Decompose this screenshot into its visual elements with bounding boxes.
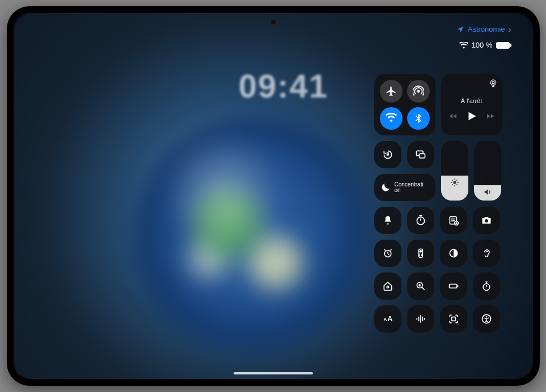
location-arrow-icon [456, 25, 464, 33]
control-center: À l'arrêt [374, 74, 507, 333]
media-status-label: À l'arrêt [461, 97, 482, 104]
airplane-icon [386, 86, 397, 97]
qr-scan-icon [448, 313, 459, 325]
lock-clock: 09:41 [239, 67, 328, 105]
svg-point-0 [417, 90, 420, 93]
svg-point-32 [419, 254, 420, 255]
media-transport-controls [448, 110, 495, 122]
media-module[interactable]: À l'arrêt [441, 74, 502, 135]
svg-point-34 [419, 255, 420, 256]
text-size-button[interactable]: AA [374, 305, 401, 333]
ipad-frame: 09:41 Astronomie › 100 % [7, 6, 540, 386]
connectivity-module[interactable] [374, 74, 435, 135]
volume-icon [483, 188, 492, 197]
wifi-icon [386, 113, 397, 124]
svg-point-6 [453, 181, 456, 184]
status-bar: Astronomie › 100 % [456, 24, 511, 49]
svg-point-2 [492, 82, 494, 84]
airdrop-icon [413, 86, 424, 97]
svg-point-37 [387, 286, 388, 288]
svg-line-11 [452, 180, 452, 180]
svg-line-14 [456, 180, 457, 180]
forward-icon[interactable] [486, 112, 495, 121]
bluetooth-toggle[interactable] [407, 107, 430, 130]
svg-rect-55 [451, 317, 455, 321]
svg-point-31 [419, 250, 421, 253]
svg-point-57 [485, 316, 487, 318]
svg-line-28 [384, 249, 386, 250]
text-size-icon: AA [382, 313, 393, 325]
magnifier-button[interactable] [407, 272, 434, 300]
svg-line-39 [422, 287, 425, 290]
active-app-label: Astronomie [468, 25, 505, 33]
svg-point-33 [421, 254, 422, 255]
focus-label: Concentration [395, 182, 424, 194]
svg-rect-5 [419, 154, 425, 158]
screen: 09:41 Astronomie › 100 % [14, 13, 533, 379]
airdrop-toggle[interactable] [407, 80, 430, 103]
wifi-toggle[interactable] [380, 107, 403, 130]
bluetooth-icon [413, 113, 424, 124]
chevron-right-icon: › [509, 24, 511, 34]
screen-mirroring-icon [415, 149, 426, 160]
svg-text:A: A [383, 317, 387, 322]
hearing-button[interactable] [473, 240, 500, 267]
silent-mode-button[interactable] [374, 207, 401, 234]
waveform-icon [415, 313, 426, 325]
battery-icon [496, 42, 511, 49]
focus-button[interactable]: Concentration [374, 174, 435, 201]
svg-line-13 [452, 184, 452, 185]
svg-point-44 [483, 284, 490, 291]
brightness-icon [450, 178, 459, 187]
rotation-lock-button[interactable] [374, 141, 401, 168]
home-button[interactable] [374, 272, 401, 300]
timer-icon [415, 215, 426, 226]
svg-rect-42 [449, 284, 456, 288]
note-add-icon [448, 215, 459, 226]
svg-line-27 [388, 254, 390, 255]
svg-point-24 [485, 219, 488, 223]
dark-mode-icon [448, 248, 459, 259]
home-icon [382, 280, 393, 292]
rewind-icon[interactable] [448, 112, 458, 121]
accessibility-button[interactable] [473, 305, 500, 333]
svg-point-1 [490, 80, 496, 85]
ear-icon [481, 248, 492, 259]
scan-code-button[interactable] [440, 305, 467, 333]
rotation-lock-icon [382, 149, 393, 160]
battery-percent-label: 100 % [472, 41, 493, 49]
camera-icon [481, 215, 492, 226]
battery-icon [448, 280, 459, 292]
camera-button[interactable] [473, 207, 500, 234]
screen-mirroring-button[interactable] [407, 141, 434, 168]
svg-rect-43 [457, 285, 458, 287]
front-camera [271, 20, 276, 24]
svg-line-29 [390, 249, 392, 250]
magnifier-icon [415, 280, 426, 292]
bell-icon [382, 215, 393, 226]
brightness-slider[interactable] [441, 141, 468, 201]
dark-mode-button[interactable] [440, 240, 467, 267]
moon-icon [380, 182, 391, 193]
svg-point-35 [421, 255, 422, 256]
alarm-button[interactable] [374, 240, 401, 267]
airplay-audio-icon [489, 79, 498, 88]
svg-rect-3 [386, 154, 388, 155]
stopwatch-button[interactable] [473, 272, 500, 300]
voice-memo-button[interactable] [407, 305, 434, 333]
active-app-pill[interactable]: Astronomie › [456, 24, 511, 34]
low-power-button[interactable] [440, 272, 467, 300]
stopwatch-icon [481, 280, 492, 292]
status-indicators: 100 % [459, 41, 511, 49]
play-icon[interactable] [465, 110, 478, 122]
quick-note-button[interactable] [440, 207, 467, 234]
apple-tv-remote-button[interactable] [407, 240, 434, 267]
alarm-clock-icon [382, 248, 393, 259]
home-indicator[interactable] [234, 372, 313, 374]
svg-line-12 [456, 184, 457, 185]
tv-remote-icon [415, 248, 426, 259]
volume-slider[interactable] [474, 141, 501, 201]
airplane-mode-toggle[interactable] [380, 80, 403, 103]
accessibility-icon [481, 313, 492, 325]
timer-button[interactable] [407, 207, 434, 234]
